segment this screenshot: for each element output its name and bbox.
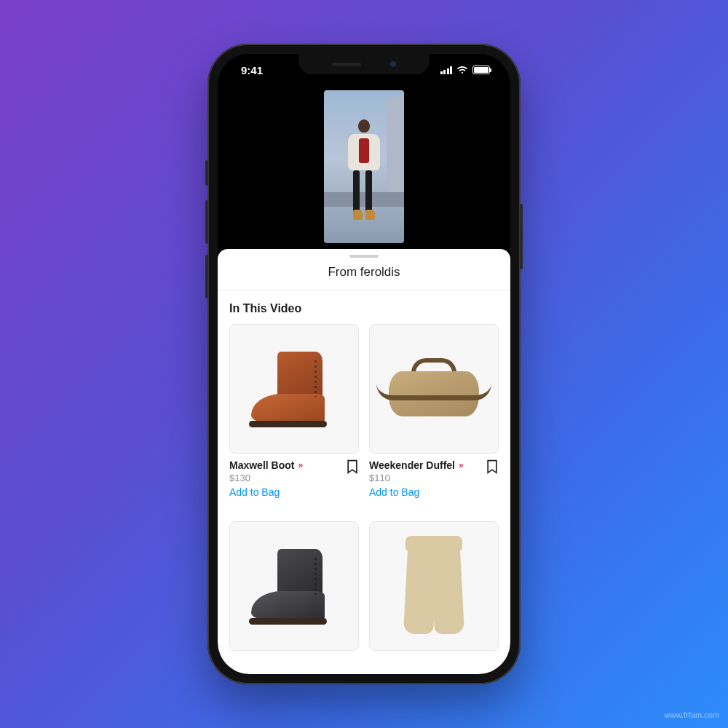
section-title: In This Video (218, 290, 510, 324)
chevron-right-icon: » (298, 460, 301, 470)
product-card[interactable]: Maxwell Boot » $130 Add to Bag (229, 324, 359, 498)
product-image-chinos[interactable] (369, 521, 499, 651)
battery-icon (472, 66, 490, 74)
bookmark-icon[interactable] (486, 459, 499, 477)
product-image-duffel[interactable] (369, 324, 499, 454)
phone-frame: 9:41 (207, 44, 521, 684)
add-to-bag-button[interactable]: Add to Bag (229, 486, 301, 498)
product-price: $130 (229, 472, 301, 483)
status-time: 9:41 (235, 64, 263, 76)
product-image-boot[interactable] (229, 324, 359, 454)
product-card[interactable] (369, 521, 499, 651)
sheet-drag-handle[interactable] (349, 255, 379, 258)
wifi-icon (456, 64, 468, 76)
cellular-signal-icon (440, 66, 453, 74)
watermark: www.frfam.com (665, 711, 719, 719)
shopping-sheet[interactable]: From feroldis In This Video (218, 249, 510, 674)
video-thumbnail[interactable] (324, 90, 404, 243)
mute-switch (205, 160, 208, 186)
product-name: Maxwell Boot (229, 459, 294, 471)
phone-screen: 9:41 (218, 54, 510, 674)
volume-down-button (205, 255, 208, 298)
volume-up-button (205, 200, 208, 244)
product-card[interactable]: Weekender Duffel » $110 Add to Bag (369, 324, 499, 498)
bookmark-icon[interactable] (346, 459, 359, 477)
phone-notch (298, 54, 430, 74)
product-image-dark-boot[interactable] (229, 521, 359, 651)
product-card[interactable] (229, 521, 359, 651)
video-area[interactable] (218, 54, 510, 272)
product-name: Weekender Duffel (369, 459, 455, 471)
add-to-bag-button[interactable]: Add to Bag (369, 486, 462, 498)
chevron-right-icon: » (459, 460, 462, 470)
sheet-title: From feroldis (218, 265, 510, 290)
product-price: $110 (369, 472, 462, 483)
power-button (520, 204, 523, 269)
product-grid: Maxwell Boot » $130 Add to Bag (218, 324, 510, 651)
